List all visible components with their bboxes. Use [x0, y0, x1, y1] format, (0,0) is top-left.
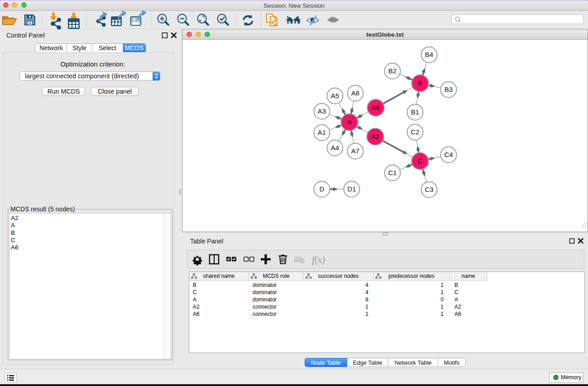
svg-text:B1: B1 — [411, 108, 419, 116]
svg-text:C4: C4 — [444, 151, 453, 158]
svg-text:C1: C1 — [388, 169, 397, 176]
svg-text:A7: A7 — [351, 147, 359, 155]
svg-text:B: B — [418, 79, 422, 87]
svg-text:C2: C2 — [411, 128, 419, 136]
svg-text:A2: A2 — [371, 133, 379, 140]
svg-text:C: C — [418, 157, 423, 165]
svg-text:f(x): f(x) — [312, 254, 325, 265]
svg-text:A: A — [347, 118, 352, 126]
svg-text:A1: A1 — [318, 129, 326, 136]
svg-text:B3: B3 — [445, 86, 453, 93]
svg-text:A4: A4 — [331, 144, 339, 152]
svg-text:A8: A8 — [351, 89, 359, 97]
svg-text:B4: B4 — [425, 51, 433, 58]
svg-text:B2: B2 — [388, 67, 397, 75]
svg-text:A5: A5 — [331, 92, 339, 100]
svg-text:C3: C3 — [425, 186, 433, 193]
svg-text:D: D — [320, 185, 325, 193]
svg-text:D1: D1 — [347, 185, 356, 193]
svg-text:A3: A3 — [318, 107, 326, 115]
svg-text:A6: A6 — [372, 104, 380, 111]
